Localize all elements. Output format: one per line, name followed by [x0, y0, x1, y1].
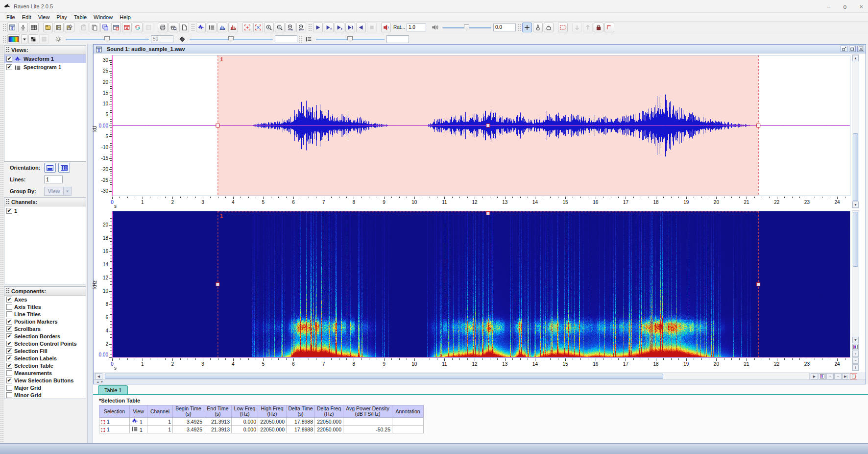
horizontal-scrollbar[interactable]: ◀ — [95, 373, 810, 380]
play-selection-icon[interactable] — [335, 23, 344, 32]
blank-icon[interactable] — [144, 23, 153, 32]
dropdown-icon[interactable] — [21, 34, 27, 44]
gray-tile-icon[interactable] — [39, 34, 49, 44]
checkbox[interactable]: ✔ — [6, 64, 12, 70]
print-icon[interactable] — [158, 23, 168, 32]
scroll-down-icon[interactable]: ▼ — [852, 202, 859, 208]
spectrogram-view-icon[interactable] — [207, 23, 217, 32]
corner-icon[interactable] — [604, 23, 614, 32]
group-by-select[interactable]: View — [44, 187, 64, 196]
component-item-major-grid[interactable]: Major Grid — [4, 384, 86, 391]
checkbox[interactable]: ✔ — [6, 355, 12, 361]
column-header-delta-time[interactable]: Delta Time(s) — [287, 405, 315, 418]
contrast-input[interactable] — [275, 35, 297, 43]
table-icon[interactable] — [29, 23, 39, 32]
column-header-delta-freq[interactable]: Delta Freq(Hz) — [315, 405, 343, 418]
save-as-icon[interactable] — [65, 23, 74, 32]
drag-handle-icon[interactable] — [5, 47, 10, 53]
column-header-end-time[interactable]: End Time(s) — [204, 405, 232, 418]
waveform-vscroll-thumb[interactable] — [853, 133, 858, 201]
component-item-minor-grid[interactable]: Minor Grid — [4, 391, 86, 399]
hand-grab-icon[interactable] — [544, 23, 554, 32]
sidebar-drag-rail[interactable] — [0, 44, 4, 443]
channel-item-1[interactable]: ✔1 — [4, 206, 86, 215]
column-header-low-freq[interactable]: Low Freq(Hz) — [232, 405, 258, 418]
column-header-begin-time[interactable]: Begin Time(s) — [173, 405, 204, 418]
zoom-in-y-button[interactable]: ＋ — [852, 351, 859, 357]
save-icon[interactable] — [54, 23, 64, 32]
open-icon[interactable] — [43, 23, 53, 32]
sidebar-splitter[interactable] — [87, 44, 93, 443]
component-item-selection-control-points[interactable]: ✔Selection Control Points — [4, 340, 86, 347]
toolbar-slider[interactable] — [190, 35, 273, 43]
view-item-waveform-1[interactable]: ✔Waveform 1 — [4, 54, 86, 63]
menu-edit[interactable]: Edit — [19, 14, 35, 21]
toolbar-slider[interactable] — [442, 24, 491, 31]
menu-table[interactable]: Table — [71, 14, 90, 21]
arrow-down-icon[interactable] — [572, 23, 582, 32]
checkbox[interactable] — [6, 370, 12, 376]
group-by-arrow-icon[interactable]: ▼ — [64, 187, 72, 196]
checkbox[interactable]: ✔ — [6, 319, 12, 325]
checkbox[interactable] — [6, 304, 12, 310]
component-item-selection-fill[interactable]: ✔Selection Fill — [4, 347, 86, 354]
spectrogram-vertical-scrollbar[interactable]: ▼ ＋ − Ⅰ — [852, 210, 859, 371]
component-item-measurements[interactable]: Measurements — [4, 369, 86, 377]
lock-icon[interactable] — [594, 23, 603, 32]
selection-spectrum-icon[interactable] — [228, 23, 238, 32]
arrow-up-icon[interactable] — [583, 23, 593, 32]
zoom-to-end-button[interactable]: ▶| — [842, 373, 849, 379]
refresh-view-icon[interactable] — [133, 23, 143, 32]
component-item-line-titles[interactable]: Line Titles — [4, 310, 86, 318]
export-icon[interactable] — [179, 23, 189, 32]
mixer-icon[interactable] — [381, 23, 391, 32]
hscroll-thumb[interactable] — [105, 374, 663, 379]
component-item-axis-titles[interactable]: Axis Titles — [4, 303, 86, 310]
tab-table-1[interactable]: Table 1 — [98, 385, 128, 394]
zoom-all-icon[interactable] — [253, 23, 263, 32]
slider-thumb[interactable] — [104, 36, 110, 43]
view-layout-icon[interactable] — [819, 373, 826, 379]
checkbox[interactable] — [6, 392, 12, 398]
record-icon[interactable] — [18, 23, 28, 32]
scroll-down-icon[interactable]: ▼ — [852, 337, 859, 343]
column-header-view[interactable]: View — [130, 405, 147, 418]
waveform-plot[interactable] — [112, 55, 850, 196]
scroll-up-icon[interactable]: ▲ — [852, 55, 859, 61]
drag-handle-icon[interactable] — [5, 288, 10, 294]
component-item-position-markers[interactable]: ✔Position Markers — [4, 318, 86, 325]
pane-divider[interactable]: ▲▼ — [94, 379, 866, 384]
restore-button[interactable]: o — [843, 3, 846, 10]
menu-file[interactable]: File — [3, 14, 19, 21]
slider-thumb[interactable] — [347, 36, 353, 43]
internal-close-button[interactable] — [857, 46, 864, 52]
toolbar-slider[interactable] — [316, 35, 385, 43]
waveform-vertical-scrollbar[interactable]: ▲ ▼ — [852, 54, 859, 208]
menu-view[interactable]: View — [35, 14, 53, 21]
zoom-in-icon[interactable] — [264, 23, 274, 32]
menu-help[interactable]: Help — [116, 14, 134, 21]
zoom-out-y-button[interactable]: − — [852, 357, 859, 364]
zoom-selection-icon[interactable] — [242, 23, 252, 32]
menu-window[interactable]: Window — [90, 14, 116, 21]
print-preview-icon[interactable] — [169, 23, 178, 32]
zoom-out-x-icon[interactable] — [296, 23, 306, 32]
select-rect-icon[interactable] — [558, 23, 568, 32]
zoom-in-time-button[interactable]: ＋ — [826, 373, 834, 379]
checkbox[interactable]: ✔ — [6, 363, 12, 369]
internal-restore-button[interactable] — [849, 46, 856, 52]
component-item-selection-table[interactable]: ✔Selection Table — [4, 362, 86, 369]
zoom-in-x-icon[interactable] — [286, 23, 295, 32]
column-header-selection[interactable]: Selection — [99, 405, 130, 418]
view-item-spectrogram-1[interactable]: ✔Spectrogram 1 — [4, 63, 86, 71]
contrast-tiles-icon[interactable] — [28, 34, 38, 44]
smoothing-input[interactable] — [386, 35, 409, 43]
component-item-scrollbars[interactable]: ✔Scrollbars — [4, 325, 86, 332]
zoom-out-time-button[interactable]: − — [834, 373, 842, 379]
column-header-high-freq[interactable]: High Freq(Hz) — [258, 405, 287, 418]
colormap-icon[interactable] — [7, 34, 20, 44]
checkbox[interactable]: ✔ — [6, 333, 12, 339]
sound-window-titlebar[interactable]: Sound 1: audio_sample_1.wav — [94, 45, 866, 53]
checkbox[interactable]: ✔ — [6, 348, 12, 354]
spectrum-icon[interactable] — [217, 23, 227, 32]
